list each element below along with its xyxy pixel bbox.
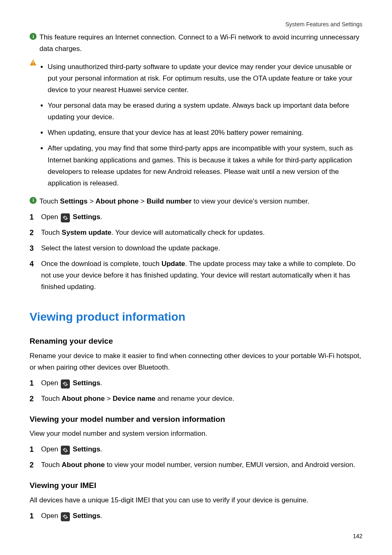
svg-rect-1 xyxy=(33,36,34,38)
svg-point-0 xyxy=(32,35,33,35)
warning-list: Using unauthorized third-party software … xyxy=(39,61,362,189)
paragraph: View your model number and system versio… xyxy=(30,428,362,439)
warning-item: Your personal data may be erased during … xyxy=(48,100,362,123)
settings-icon xyxy=(61,512,70,521)
warning-item: When updating, ensure that your device h… xyxy=(48,127,362,139)
update-steps: Open Settings. Touch System update. Your… xyxy=(30,211,362,293)
info-icon xyxy=(30,197,38,204)
subheading-imei: Viewing your IMEI xyxy=(30,479,362,492)
info-callout-version: Touch Settings > About phone > Build num… xyxy=(30,196,362,207)
step-item: Touch About phone > Device name and rena… xyxy=(30,393,362,405)
model-steps: Open Settings. Touch About phone to view… xyxy=(30,444,362,471)
step-item: Touch System update. Your device will au… xyxy=(30,227,362,238)
page-header: System Features and Settings xyxy=(30,20,362,29)
settings-icon xyxy=(61,446,70,455)
step-item: Open Settings. xyxy=(30,444,362,455)
warning-item: After updating, you may find that some t… xyxy=(48,143,362,189)
section-heading: Viewing product information xyxy=(30,308,362,326)
svg-rect-2 xyxy=(33,61,34,63)
warning-callout: Using unauthorized third-party software … xyxy=(30,57,362,193)
info-text: This feature requires an Internet connec… xyxy=(39,32,362,55)
info-callout-network: This feature requires an Internet connec… xyxy=(30,32,362,55)
warning-icon xyxy=(30,58,38,70)
paragraph: All devices have a unique 15-digit IMEI … xyxy=(30,495,362,506)
subheading-rename: Renaming your device xyxy=(30,335,362,347)
step-item: Touch About phone to view your model num… xyxy=(30,459,362,471)
step-item: Open Settings. xyxy=(30,510,362,522)
svg-rect-3 xyxy=(33,64,34,65)
rename-steps: Open Settings. Touch About phone > Devic… xyxy=(30,377,362,405)
subheading-model: Viewing your model number and version in… xyxy=(30,413,362,426)
settings-icon xyxy=(61,213,70,222)
settings-icon xyxy=(61,379,70,388)
step-item: Select the latest version to download th… xyxy=(30,243,362,254)
paragraph: Rename your device to make it easier to … xyxy=(30,350,362,373)
svg-rect-5 xyxy=(33,200,34,202)
warning-item: Using unauthorized third-party software … xyxy=(48,61,362,96)
info-icon xyxy=(30,33,38,40)
page-number: 142 xyxy=(30,532,362,541)
step-item: Once the download is complete, touch Upd… xyxy=(30,258,362,293)
step-item: Open Settings. xyxy=(30,211,362,223)
step-item: Open Settings. xyxy=(30,377,362,389)
imei-steps: Open Settings. xyxy=(30,510,362,522)
svg-point-4 xyxy=(32,199,33,199)
info-text: Touch Settings > About phone > Build num… xyxy=(39,196,362,207)
